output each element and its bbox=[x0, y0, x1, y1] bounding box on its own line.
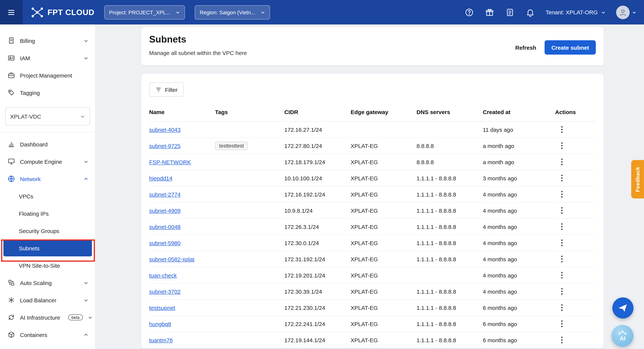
created-at-cell: 4 months ago bbox=[483, 272, 548, 278]
sidebar-item-vpcs[interactable]: VPCs bbox=[0, 188, 95, 205]
sidebar-item-label: Tagging bbox=[20, 90, 40, 96]
subnet-table-card: Filter Name Tags CIDR Edge gateway DNS s… bbox=[141, 74, 604, 348]
project-management-icon bbox=[8, 72, 15, 79]
sidebar-item-network[interactable]: Network bbox=[0, 170, 95, 188]
chevron-up-icon bbox=[84, 332, 88, 337]
sidebar-item-label: Auto Scaling bbox=[20, 280, 52, 286]
ai-infrastructure-icon bbox=[8, 314, 15, 321]
chevron-down-icon bbox=[88, 315, 93, 320]
col-edge-gateway: Edge gateway bbox=[350, 109, 416, 115]
table-row: tuantm76172.19.144.1/24XPLAT-EG1.1.1.1 -… bbox=[149, 332, 596, 348]
chat-fab[interactable] bbox=[612, 298, 634, 318]
page-header-card: Subnets Manage all subnet within the VPC… bbox=[141, 27, 604, 66]
dns-cell: 1.1.1.1 - 8.8.8.8 bbox=[416, 288, 483, 294]
refresh-button[interactable]: Refresh bbox=[515, 44, 536, 51]
subnet-name-link[interactable]: subnet-9725 bbox=[149, 142, 180, 149]
row-actions-kebab-icon[interactable] bbox=[559, 205, 565, 216]
subnet-name-link[interactable]: subnet-3702 bbox=[149, 288, 180, 294]
sidebar-item-iam[interactable]: IAM bbox=[0, 49, 95, 67]
sidebar-item-subnets[interactable]: Subnets bbox=[4, 240, 92, 256]
dns-cell: 1.1.1.1 - 8.8.8.8 bbox=[416, 256, 483, 262]
row-actions-kebab-icon[interactable] bbox=[559, 124, 565, 135]
project-selector[interactable]: Project: PROJECT_XPL... bbox=[104, 5, 185, 20]
region-selector[interactable]: Region: Saigon (Vietn... bbox=[195, 5, 270, 20]
sidebar-item-compute-engine[interactable]: Compute Engine bbox=[0, 153, 95, 170]
cidr-cell: 172.26.3.1/24 bbox=[284, 224, 350, 230]
created-at-cell: 3 months ago bbox=[483, 175, 548, 181]
row-actions-kebab-icon[interactable] bbox=[559, 237, 565, 248]
dns-cell: 1.1.1.1 - 8.8.8.8 bbox=[416, 320, 483, 327]
release-notes-icon[interactable] bbox=[505, 7, 515, 17]
sidebar-item-ai-infrastructure[interactable]: AI Infrastructure beta bbox=[0, 309, 95, 326]
row-actions-kebab-icon[interactable] bbox=[559, 172, 565, 184]
sidebar-item-auto-scaling[interactable]: Auto Scaling bbox=[0, 274, 95, 292]
table-row: subnet-490910.9.8.1/24XPLAT-EG1.1.1.1 - … bbox=[149, 202, 596, 219]
subnet-name-link[interactable]: subnet-4909 bbox=[149, 207, 180, 214]
create-subnet-button[interactable]: Create subnet bbox=[544, 40, 596, 54]
dashboard-icon bbox=[8, 140, 15, 148]
subnet-name-link[interactable]: testsupnet bbox=[149, 304, 175, 311]
row-actions-kebab-icon[interactable] bbox=[559, 334, 565, 346]
subnet-name-link[interactable]: subnet-4043 bbox=[149, 126, 180, 133]
table-row: hungbq8172.22.241.1/24XPLAT-EG1.1.1.1 - … bbox=[149, 316, 596, 332]
row-actions-kebab-icon[interactable] bbox=[559, 253, 565, 265]
row-actions-kebab-icon[interactable] bbox=[559, 270, 565, 281]
sidebar-item-tagging[interactable]: Tagging bbox=[0, 84, 95, 101]
feedback-tab-label: Feedback bbox=[634, 166, 640, 192]
sidebar-item-load-balancer[interactable]: Load Balancer bbox=[0, 292, 95, 309]
row-actions-kebab-icon[interactable] bbox=[559, 140, 565, 151]
col-dns-servers: DNS servers bbox=[416, 109, 483, 115]
sidebar-item-label: Dashboard bbox=[20, 141, 48, 148]
subnet-name-link[interactable]: hungbq8 bbox=[149, 320, 171, 327]
sidebar-item-vpn-site-to-site[interactable]: VPN Site-to-Site bbox=[0, 257, 95, 274]
table-row: subnet-0048172.26.3.1/24XPLAT-EG1.1.1.1 … bbox=[149, 219, 596, 235]
subnets-table: Name Tags CIDR Edge gateway DNS servers … bbox=[149, 103, 596, 348]
table-row: subnet-9725testtesttest172.27.80.1/24XPL… bbox=[149, 138, 596, 154]
ai-assistant-fab[interactable]: AI bbox=[612, 325, 634, 347]
row-actions-kebab-icon[interactable] bbox=[559, 188, 565, 200]
sidebar: Billing IAM Project Management Tagging X… bbox=[0, 24, 96, 349]
notifications-bell-icon[interactable] bbox=[525, 7, 535, 17]
page-header-actions: Refresh Create subnet bbox=[515, 36, 596, 59]
sidebar-item-project-management[interactable]: Project Management bbox=[0, 67, 95, 84]
row-actions-kebab-icon[interactable] bbox=[559, 156, 565, 168]
sidebar-item-dashboard[interactable]: Dashboard bbox=[0, 136, 95, 153]
row-actions-kebab-icon[interactable] bbox=[559, 318, 565, 330]
hamburger-menu-button[interactable] bbox=[0, 0, 22, 24]
chevron-up-icon bbox=[84, 176, 88, 181]
filter-button[interactable]: Filter bbox=[149, 82, 184, 97]
sidebar-item-security-groups[interactable]: Security Groups bbox=[0, 222, 95, 240]
sidebar-item-billing[interactable]: Billing bbox=[0, 32, 95, 49]
subnet-name-link[interactable]: subnet-5980 bbox=[149, 240, 180, 246]
row-actions-kebab-icon[interactable] bbox=[559, 286, 565, 297]
table-row: subnet-4043172.16.27.1/2411 days ago bbox=[149, 122, 596, 138]
page-title: Subnets bbox=[149, 34, 247, 45]
sidebar-item-label: AI Infrastructure bbox=[20, 314, 60, 320]
tenant-selector[interactable]: Tenant: XPLAT-ORG bbox=[546, 9, 606, 16]
user-menu[interactable] bbox=[616, 6, 636, 19]
sidebar-item-floating-ips[interactable]: Floating IPs bbox=[0, 205, 95, 222]
cidr-cell: 172.27.80.1/24 bbox=[284, 142, 350, 149]
feedback-tab[interactable]: Feedback bbox=[631, 160, 644, 198]
subnet-name-link[interactable]: FSP-NETWORK bbox=[149, 159, 191, 165]
subnet-name-link[interactable]: tuantm76 bbox=[149, 337, 173, 343]
subnet-name-link[interactable]: subnet-0048 bbox=[149, 224, 180, 230]
edge-gateway-cell: XPLAT-EG bbox=[350, 191, 416, 198]
services-gift-icon[interactable] bbox=[485, 7, 494, 17]
vdc-selector[interactable]: XPLAT-VDC bbox=[5, 107, 90, 125]
support-icon[interactable] bbox=[464, 7, 474, 17]
edge-gateway-cell: XPLAT-EG bbox=[350, 142, 416, 149]
col-actions: Actions bbox=[548, 109, 596, 115]
chevron-down-icon bbox=[84, 56, 88, 60]
billing-icon bbox=[8, 37, 15, 44]
subnet-name-link[interactable]: tuan-check bbox=[149, 272, 177, 278]
subnet-name-link[interactable]: subnet-2774 bbox=[149, 191, 180, 198]
row-actions-kebab-icon[interactable] bbox=[559, 302, 565, 313]
subnet-name-link[interactable]: subnet-0582-xplat bbox=[149, 256, 194, 262]
auto-scaling-icon bbox=[8, 279, 15, 286]
row-actions-kebab-icon[interactable] bbox=[559, 221, 565, 232]
subnet-name-link[interactable]: hiepdd14 bbox=[149, 175, 172, 181]
sidebar-item-containers[interactable]: Containers bbox=[0, 326, 95, 343]
created-at-cell: 4 months ago bbox=[483, 256, 548, 262]
sidebar-item-label: Floating IPs bbox=[19, 210, 48, 217]
